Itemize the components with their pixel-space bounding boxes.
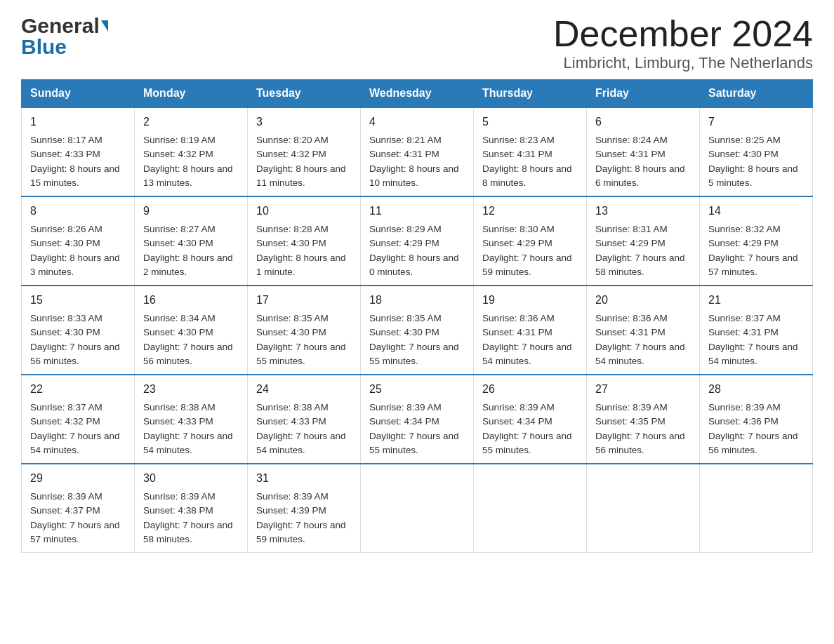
- day-info: Sunrise: 8:39 AM Sunset: 4:37 PM Dayligh…: [30, 490, 126, 546]
- table-row: 5 Sunrise: 8:23 AM Sunset: 4:31 PM Dayli…: [474, 107, 587, 196]
- day-number: 2: [143, 114, 239, 130]
- calendar-week-row: 8 Sunrise: 8:26 AM Sunset: 4:30 PM Dayli…: [22, 196, 813, 286]
- table-row: 23 Sunrise: 8:38 AM Sunset: 4:33 PM Dayl…: [135, 375, 248, 464]
- table-row: 19 Sunrise: 8:36 AM Sunset: 4:31 PM Dayl…: [474, 286, 587, 375]
- table-row: 9 Sunrise: 8:27 AM Sunset: 4:30 PM Dayli…: [135, 196, 248, 286]
- calendar-header-row: Sunday Monday Tuesday Wednesday Thursday…: [22, 80, 813, 108]
- col-monday: Monday: [135, 80, 248, 108]
- day-number: 16: [143, 292, 239, 309]
- day-number: 5: [482, 114, 578, 130]
- day-number: 28: [708, 381, 804, 398]
- day-info: Sunrise: 8:23 AM Sunset: 4:31 PM Dayligh…: [482, 133, 578, 190]
- day-number: 15: [30, 292, 126, 309]
- table-row: 27 Sunrise: 8:39 AM Sunset: 4:35 PM Dayl…: [587, 375, 700, 464]
- day-info: Sunrise: 8:20 AM Sunset: 4:32 PM Dayligh…: [256, 133, 352, 190]
- day-info: Sunrise: 8:31 AM Sunset: 4:29 PM Dayligh…: [595, 222, 691, 279]
- calendar-week-row: 29 Sunrise: 8:39 AM Sunset: 4:37 PM Dayl…: [22, 464, 813, 553]
- day-info: Sunrise: 8:39 AM Sunset: 4:38 PM Dayligh…: [143, 490, 239, 546]
- table-row: 30 Sunrise: 8:39 AM Sunset: 4:38 PM Dayl…: [135, 464, 248, 553]
- day-info: Sunrise: 8:35 AM Sunset: 4:30 PM Dayligh…: [256, 311, 352, 368]
- logo-general: General: [21, 14, 100, 38]
- logo: General Blue: [21, 14, 108, 59]
- day-number: 26: [482, 381, 578, 398]
- day-number: 21: [708, 292, 804, 309]
- day-info: Sunrise: 8:33 AM Sunset: 4:30 PM Dayligh…: [30, 311, 126, 368]
- table-row: [587, 464, 700, 553]
- day-number: 22: [30, 381, 126, 398]
- table-row: 22 Sunrise: 8:37 AM Sunset: 4:32 PM Dayl…: [22, 375, 135, 464]
- day-info: Sunrise: 8:29 AM Sunset: 4:29 PM Dayligh…: [369, 222, 465, 279]
- table-row: 28 Sunrise: 8:39 AM Sunset: 4:36 PM Dayl…: [700, 375, 813, 464]
- day-info: Sunrise: 8:24 AM Sunset: 4:31 PM Dayligh…: [595, 133, 691, 190]
- table-row: 12 Sunrise: 8:30 AM Sunset: 4:29 PM Dayl…: [474, 196, 587, 286]
- day-number: 13: [595, 203, 691, 220]
- day-number: 10: [256, 203, 352, 220]
- day-number: 8: [30, 203, 126, 220]
- day-info: Sunrise: 8:35 AM Sunset: 4:30 PM Dayligh…: [369, 311, 465, 368]
- table-row: 13 Sunrise: 8:31 AM Sunset: 4:29 PM Dayl…: [587, 196, 700, 286]
- day-number: 4: [369, 114, 465, 130]
- day-number: 7: [708, 114, 804, 130]
- day-number: 12: [482, 203, 578, 220]
- day-info: Sunrise: 8:39 AM Sunset: 4:34 PM Dayligh…: [369, 401, 465, 457]
- table-row: 18 Sunrise: 8:35 AM Sunset: 4:30 PM Dayl…: [361, 286, 474, 375]
- day-info: Sunrise: 8:30 AM Sunset: 4:29 PM Dayligh…: [482, 222, 578, 279]
- table-row: 26 Sunrise: 8:39 AM Sunset: 4:34 PM Dayl…: [474, 375, 587, 464]
- col-saturday: Saturday: [700, 80, 813, 108]
- day-info: Sunrise: 8:17 AM Sunset: 4:33 PM Dayligh…: [30, 133, 126, 190]
- table-row: [361, 464, 474, 553]
- day-info: Sunrise: 8:39 AM Sunset: 4:34 PM Dayligh…: [482, 401, 578, 457]
- day-info: Sunrise: 8:36 AM Sunset: 4:31 PM Dayligh…: [595, 311, 691, 368]
- day-number: 24: [256, 381, 352, 398]
- day-info: Sunrise: 8:21 AM Sunset: 4:31 PM Dayligh…: [369, 133, 465, 190]
- day-info: Sunrise: 8:19 AM Sunset: 4:32 PM Dayligh…: [143, 133, 239, 190]
- day-info: Sunrise: 8:25 AM Sunset: 4:30 PM Dayligh…: [708, 133, 804, 190]
- col-wednesday: Wednesday: [361, 80, 474, 108]
- table-row: 7 Sunrise: 8:25 AM Sunset: 4:30 PM Dayli…: [700, 107, 813, 196]
- table-row: 14 Sunrise: 8:32 AM Sunset: 4:29 PM Dayl…: [700, 196, 813, 286]
- day-number: 14: [708, 203, 804, 220]
- day-number: 17: [256, 292, 352, 309]
- day-number: 3: [256, 114, 352, 130]
- day-info: Sunrise: 8:39 AM Sunset: 4:35 PM Dayligh…: [595, 401, 691, 457]
- table-row: 6 Sunrise: 8:24 AM Sunset: 4:31 PM Dayli…: [587, 107, 700, 196]
- table-row: 29 Sunrise: 8:39 AM Sunset: 4:37 PM Dayl…: [22, 464, 135, 553]
- table-row: 1 Sunrise: 8:17 AM Sunset: 4:33 PM Dayli…: [22, 107, 135, 196]
- day-number: 20: [595, 292, 691, 309]
- day-number: 9: [143, 203, 239, 220]
- page-title: December 2024: [553, 14, 813, 54]
- day-number: 31: [256, 470, 352, 487]
- table-row: 17 Sunrise: 8:35 AM Sunset: 4:30 PM Dayl…: [248, 286, 361, 375]
- day-info: Sunrise: 8:28 AM Sunset: 4:30 PM Dayligh…: [256, 222, 352, 279]
- table-row: 15 Sunrise: 8:33 AM Sunset: 4:30 PM Dayl…: [22, 286, 135, 375]
- calendar-week-row: 1 Sunrise: 8:17 AM Sunset: 4:33 PM Dayli…: [22, 107, 813, 196]
- day-info: Sunrise: 8:36 AM Sunset: 4:31 PM Dayligh…: [482, 311, 578, 368]
- col-thursday: Thursday: [474, 80, 587, 108]
- day-info: Sunrise: 8:38 AM Sunset: 4:33 PM Dayligh…: [143, 401, 239, 457]
- day-info: Sunrise: 8:27 AM Sunset: 4:30 PM Dayligh…: [143, 222, 239, 279]
- calendar-table: Sunday Monday Tuesday Wednesday Thursday…: [21, 79, 813, 553]
- table-row: 24 Sunrise: 8:38 AM Sunset: 4:33 PM Dayl…: [248, 375, 361, 464]
- day-info: Sunrise: 8:39 AM Sunset: 4:36 PM Dayligh…: [708, 401, 804, 457]
- day-info: Sunrise: 8:37 AM Sunset: 4:31 PM Dayligh…: [708, 311, 804, 368]
- table-row: 20 Sunrise: 8:36 AM Sunset: 4:31 PM Dayl…: [587, 286, 700, 375]
- day-info: Sunrise: 8:38 AM Sunset: 4:33 PM Dayligh…: [256, 401, 352, 457]
- day-info: Sunrise: 8:32 AM Sunset: 4:29 PM Dayligh…: [708, 222, 804, 279]
- logo-blue: Blue: [21, 35, 67, 59]
- day-number: 23: [143, 381, 239, 398]
- day-number: 30: [143, 470, 239, 487]
- day-number: 1: [30, 114, 126, 130]
- day-number: 18: [369, 292, 465, 309]
- col-sunday: Sunday: [22, 80, 135, 108]
- calendar-week-row: 22 Sunrise: 8:37 AM Sunset: 4:32 PM Dayl…: [22, 375, 813, 464]
- table-row: 16 Sunrise: 8:34 AM Sunset: 4:30 PM Dayl…: [135, 286, 248, 375]
- day-number: 25: [369, 381, 465, 398]
- day-number: 19: [482, 292, 578, 309]
- day-number: 27: [595, 381, 691, 398]
- logo-triangle-icon: [101, 20, 108, 32]
- table-row: 21 Sunrise: 8:37 AM Sunset: 4:31 PM Dayl…: [700, 286, 813, 375]
- day-info: Sunrise: 8:39 AM Sunset: 4:39 PM Dayligh…: [256, 490, 352, 546]
- page-subtitle: Limbricht, Limburg, The Netherlands: [553, 54, 813, 72]
- table-row: [474, 464, 587, 553]
- col-friday: Friday: [587, 80, 700, 108]
